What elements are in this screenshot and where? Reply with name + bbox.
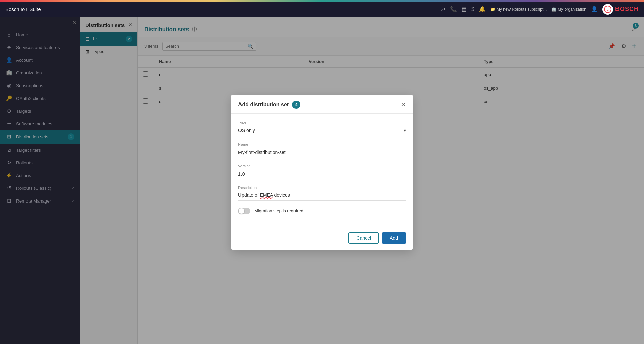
emea-word: EMEA xyxy=(260,192,273,198)
version-input[interactable] xyxy=(238,169,406,179)
subscription-info[interactable]: 📁 My new Rollouts subscript... xyxy=(490,7,547,12)
organization-info[interactable]: 🏢 My organization xyxy=(551,7,586,12)
description-content: Update of EMEA devices xyxy=(238,191,406,199)
type-label: Type xyxy=(238,120,406,124)
description-form-group: Description Update of EMEA devices xyxy=(238,186,406,201)
app-header-left: Bosch IoT Suite xyxy=(5,6,41,12)
modal-footer: Cancel Add xyxy=(231,229,413,250)
version-form-group: Version xyxy=(238,164,406,179)
modal-title-row: Add distribution set 4 xyxy=(238,101,300,109)
name-input[interactable] xyxy=(238,148,406,157)
app-header-right: ⇄ 📞 ▤ $ 🔔 📁 My new Rollouts subscript...… xyxy=(441,4,639,15)
rainbow-bar xyxy=(0,0,644,2)
columns-icon[interactable]: ▤ xyxy=(462,6,467,12)
modal-body: Type OS only ▾ Name Version Description xyxy=(231,114,413,229)
user-icon[interactable]: 👤 xyxy=(591,6,598,12)
migration-toggle[interactable] xyxy=(238,208,250,214)
migration-label: Migration step is required xyxy=(254,208,303,213)
toggle-knob xyxy=(239,208,244,214)
modal-title: Add distribution set xyxy=(238,102,289,108)
bell-icon[interactable]: 🔔 xyxy=(479,6,486,12)
modal-overlay[interactable]: Add distribution set 4 ✕ Type OS only ▾ … xyxy=(0,0,644,344)
version-label: Version xyxy=(238,164,406,168)
bosch-logo: B BOSCH xyxy=(602,4,639,15)
svg-text:B: B xyxy=(607,8,609,11)
bosch-text: BOSCH xyxy=(615,6,639,13)
name-form-group: Name xyxy=(238,142,406,157)
chevron-down-icon: ▾ xyxy=(404,128,406,133)
description-label: Description xyxy=(238,186,406,190)
type-value: OS only xyxy=(238,128,255,133)
organization-label: My organization xyxy=(558,7,586,12)
add-button-modal[interactable]: Add xyxy=(382,232,406,244)
subscription-label: My new Rollouts subscript... xyxy=(497,7,547,12)
folder-icon: 📁 xyxy=(490,7,495,12)
bosch-logo-circle: B xyxy=(602,4,613,15)
migration-toggle-row: Migration step is required xyxy=(238,208,406,214)
name-label: Name xyxy=(238,142,406,146)
share-icon[interactable]: ⇄ xyxy=(441,6,445,12)
building-icon: 🏢 xyxy=(551,7,556,12)
type-select[interactable]: OS only ▾ xyxy=(238,126,406,135)
app-header: Bosch IoT Suite ⇄ 📞 ▤ $ 🔔 📁 My new Rollo… xyxy=(0,2,644,17)
add-distribution-set-modal: Add distribution set 4 ✕ Type OS only ▾ … xyxy=(231,95,413,250)
dollar-icon[interactable]: $ xyxy=(471,6,474,12)
modal-close-button[interactable]: ✕ xyxy=(401,101,406,108)
app-title: Bosch IoT Suite xyxy=(5,6,41,12)
cancel-button[interactable]: Cancel xyxy=(348,232,379,244)
modal-step-badge: 4 xyxy=(292,101,300,109)
type-form-group: Type OS only ▾ xyxy=(238,120,406,135)
modal-header: Add distribution set 4 ✕ xyxy=(231,95,413,114)
phone-icon[interactable]: 📞 xyxy=(450,6,457,12)
